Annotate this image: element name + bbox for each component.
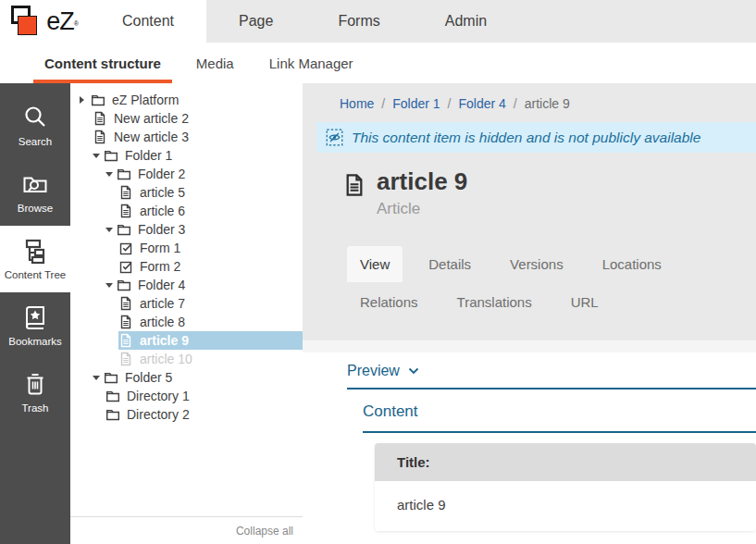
- sidebar-item-label: Browse: [18, 203, 53, 214]
- sidebar-item-content-tree[interactable]: Content Tree: [0, 226, 70, 292]
- tree-item-form-1[interactable]: Form 1: [70, 239, 303, 257]
- tree-item-label: article 10: [140, 352, 192, 366]
- tree-item-inner: article 5: [118, 183, 303, 202]
- tree-item-label: Folder 2: [138, 167, 185, 181]
- tree-item-directory-1[interactable]: Directory 1: [70, 387, 303, 405]
- secondary-nav-content-structure[interactable]: Content structure: [33, 43, 172, 83]
- browse-icon: [21, 170, 49, 198]
- logo-text: eZ: [46, 7, 74, 36]
- tab-details[interactable]: Details: [415, 246, 484, 282]
- preview-toggle[interactable]: Preview: [347, 363, 756, 389]
- breadcrumb-article-9: article 9: [525, 96, 570, 111]
- tree-item-folder-1[interactable]: Folder 1: [70, 146, 303, 165]
- tree-item-inner: New article 3: [93, 128, 303, 146]
- tree-item-folder-2[interactable]: Folder 2: [70, 165, 303, 183]
- chevron-down-icon: [408, 367, 419, 375]
- caret-expanded-icon[interactable]: [93, 376, 104, 380]
- tree-item-inner: article 9: [118, 331, 303, 350]
- tree-item-article-10[interactable]: article 10: [70, 350, 303, 368]
- main-content: Home/Folder 1/Folder 4/article 9 This co…: [303, 83, 756, 544]
- tree-item-article-7[interactable]: article 7: [70, 294, 303, 313]
- tree-item-inner: Directory 1: [105, 387, 303, 405]
- tree-item-article-6[interactable]: article 6: [70, 202, 303, 220]
- tree-item-inner: Folder 5: [104, 368, 303, 387]
- folder-icon: [117, 222, 131, 237]
- tree-item-label: New article 3: [114, 130, 189, 144]
- folder-icon: [91, 93, 105, 107]
- caret-expanded-icon[interactable]: [105, 283, 117, 288]
- secondary-nav-link-manager[interactable]: Link Manager: [258, 43, 365, 83]
- tree-item-label: Folder 4: [138, 278, 185, 292]
- tab-locations[interactable]: Locations: [589, 246, 675, 282]
- workspace: Search Browse Content Tree Bookmarks Tra…: [0, 83, 756, 544]
- sidebar-item-browse[interactable]: Browse: [0, 159, 70, 226]
- tree-item-article-9[interactable]: article 9: [70, 331, 303, 350]
- breadcrumb-home[interactable]: Home: [340, 96, 374, 111]
- article-icon: [118, 352, 133, 366]
- caret-expanded-icon[interactable]: [105, 172, 117, 177]
- form-icon: [118, 241, 133, 255]
- tree-item-folder-3[interactable]: Folder 3: [70, 220, 303, 239]
- top-tab-forms[interactable]: Forms: [305, 0, 412, 43]
- tree-item-inner: article 8: [118, 313, 303, 331]
- top-tab-page[interactable]: Page: [206, 0, 305, 43]
- top-bar: eZ ® ContentPageFormsAdmin: [0, 0, 756, 43]
- sidebar-item-label: Content Tree: [5, 269, 66, 280]
- hidden-content-alert: This content item is hidden and is not p…: [316, 122, 756, 153]
- article-icon: [118, 204, 133, 218]
- tree-item-label: Folder 5: [125, 370, 172, 385]
- sidebar-item-trash[interactable]: Trash: [0, 359, 70, 426]
- sidebar-item-search[interactable]: Search: [0, 93, 70, 159]
- sidebar-item-label: Bookmarks: [8, 336, 62, 347]
- ez-logo-mark: [11, 3, 44, 40]
- breadcrumb-folder-1[interactable]: Folder 1: [392, 96, 440, 111]
- secondary-nav-media[interactable]: Media: [185, 43, 245, 83]
- tree-item-ez-platform[interactable]: eZ Platform: [70, 91, 303, 109]
- folder-icon: [117, 278, 131, 292]
- tab-versions[interactable]: Versions: [497, 246, 576, 282]
- tree-item-article-5[interactable]: article 5: [70, 183, 303, 202]
- alert-text: This content item is hidden and is not p…: [352, 130, 700, 146]
- article-icon: [118, 315, 133, 329]
- left-sidebar: Search Browse Content Tree Bookmarks Tra…: [0, 83, 70, 544]
- tree-item-folder-5[interactable]: Folder 5: [70, 368, 303, 387]
- article-icon: [118, 333, 133, 348]
- top-tab-content[interactable]: Content: [90, 0, 206, 43]
- preview-label: Preview: [347, 363, 400, 379]
- tree-item-directory-2[interactable]: Directory 2: [70, 405, 303, 424]
- sidebar-item-label: Search: [19, 136, 52, 147]
- collapse-all-button[interactable]: Collapse all: [236, 525, 293, 538]
- tree-item-article-8[interactable]: article 8: [70, 313, 303, 331]
- ez-logo[interactable]: eZ ®: [0, 0, 90, 43]
- sidebar-item-label: Trash: [22, 402, 49, 414]
- tab-view[interactable]: View: [347, 246, 403, 282]
- registered-mark: ®: [74, 20, 79, 27]
- caret-expanded-icon[interactable]: [105, 228, 117, 232]
- ez-logo-inner: eZ ®: [11, 3, 79, 40]
- tree-item-label: Directory 2: [127, 407, 190, 422]
- tree-item-inner: New article 2: [93, 109, 303, 128]
- tree-item-label: article 6: [140, 204, 185, 218]
- caret-collapsed-icon[interactable]: [80, 96, 91, 104]
- tab-relations[interactable]: Relations: [347, 284, 431, 320]
- tree-item-inner: Folder 4: [117, 276, 303, 294]
- breadcrumb-folder-4[interactable]: Folder 4: [459, 96, 506, 111]
- top-tab-admin[interactable]: Admin: [413, 0, 519, 43]
- tree-item-form-2[interactable]: Form 2: [70, 257, 303, 276]
- secondary-nav: Content structureMediaLink Manager: [0, 43, 756, 83]
- tree-item-new-article-3[interactable]: New article 3: [70, 128, 303, 146]
- breadcrumb-separator: /: [440, 96, 459, 111]
- caret-expanded-icon[interactable]: [93, 154, 104, 158]
- tree-item-folder-4[interactable]: Folder 4: [70, 276, 303, 294]
- tab-url[interactable]: URL: [558, 284, 612, 320]
- tree-item-new-article-2[interactable]: New article 2: [70, 109, 303, 128]
- tree-item-label: Folder 1: [125, 148, 172, 163]
- tree-item-label: article 9: [140, 333, 189, 348]
- folder-icon: [104, 370, 118, 385]
- folder-icon: [104, 148, 118, 163]
- tab-translations[interactable]: Translations: [444, 284, 545, 320]
- tree-item-label: Folder 3: [138, 222, 185, 237]
- sidebar-item-bookmarks[interactable]: Bookmarks: [0, 292, 70, 359]
- main-nav-tabs: ContentPageFormsAdmin: [90, 0, 519, 43]
- bookmarks-icon: [21, 303, 49, 331]
